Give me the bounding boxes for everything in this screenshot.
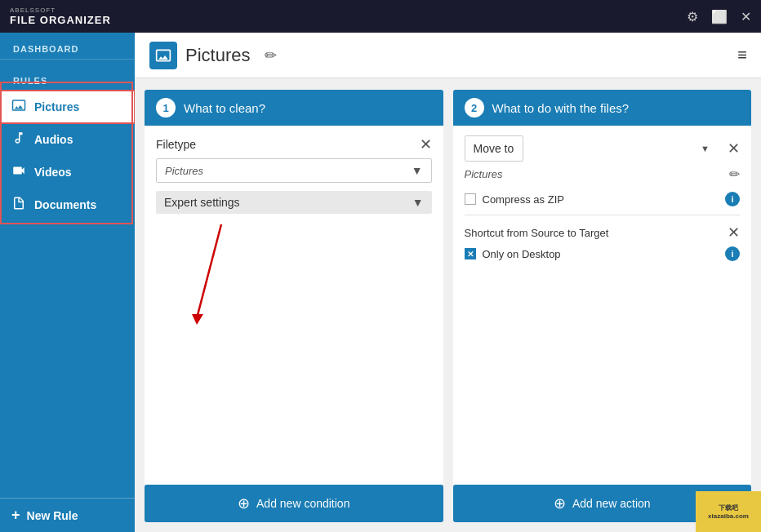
filetype-dropdown-value: Pictures bbox=[165, 165, 203, 177]
topbar-left: Pictures ✏ bbox=[149, 42, 277, 69]
panels-container: 1 What to clean? Filetype ✕ Pictures ▼ E… bbox=[135, 78, 761, 485]
page-title: Pictures bbox=[185, 45, 250, 66]
sidebar-divider-1 bbox=[0, 59, 135, 60]
section-divider bbox=[465, 215, 741, 215]
sidebar-documents-label: Documents bbox=[34, 198, 96, 211]
actions-panel: 2 What to do with the files? Move to ✕ P… bbox=[453, 90, 752, 485]
conditions-panel-body: Filetype ✕ Pictures ▼ Expert settings ▼ bbox=[145, 126, 443, 485]
expert-settings-label: Expert settings bbox=[164, 196, 240, 209]
compress-zip-checkbox[interactable] bbox=[465, 193, 476, 205]
sidebar-item-audios[interactable]: Audios bbox=[0, 123, 135, 156]
sidebar: DASHBOARD RULES Pictures Audios Videos bbox=[0, 33, 135, 532]
actions-panel-body: Move to ✕ Pictures ✏ Compress as ZIP i bbox=[453, 126, 752, 485]
sidebar-videos-label: Videos bbox=[34, 166, 72, 179]
new-rule-label: New Rule bbox=[27, 509, 78, 522]
sidebar-item-pictures[interactable]: Pictures bbox=[0, 91, 135, 123]
actions-header-title: What to do with the files? bbox=[492, 101, 630, 115]
arrow-annotation bbox=[156, 220, 432, 326]
picture-icon bbox=[11, 98, 26, 116]
document-icon bbox=[11, 196, 26, 214]
shortcut-remove-icon[interactable]: ✕ bbox=[728, 224, 740, 242]
desktop-only-row: ✕ Only on Desktop i bbox=[465, 246, 741, 261]
desktop-only-left: ✕ Only on Desktop bbox=[465, 248, 561, 260]
action-select-row: Move to ✕ bbox=[465, 135, 741, 162]
add-action-label: Add new action bbox=[572, 497, 651, 510]
video-icon bbox=[11, 163, 26, 181]
main-area: Pictures ✏ ≡ 1 What to clean? Filetype ✕… bbox=[135, 33, 761, 532]
desktop-only-label: Only on Desktop bbox=[483, 248, 561, 260]
compress-zip-row: Compress as ZIP i bbox=[465, 192, 741, 206]
add-action-plus-icon: ⊕ bbox=[554, 494, 566, 512]
watermark: 下载吧xiazaiba.com bbox=[696, 491, 761, 532]
sidebar-pictures-label: Pictures bbox=[34, 100, 79, 113]
expert-settings-arrow: ▼ bbox=[412, 196, 424, 209]
add-condition-button[interactable]: ⊕ Add new condition bbox=[145, 485, 443, 522]
brand-small: ABELSSOFT bbox=[10, 7, 111, 14]
conditions-header-title: What to clean? bbox=[184, 101, 265, 115]
expert-settings-row[interactable]: Expert settings ▼ bbox=[156, 191, 432, 214]
compress-zip-left: Compress as ZIP bbox=[465, 193, 564, 206]
destination-path-row: Pictures ✏ bbox=[465, 166, 741, 182]
action-remove-icon[interactable]: ✕ bbox=[728, 140, 740, 157]
add-condition-label: Add new condition bbox=[256, 497, 349, 510]
plus-icon: + bbox=[11, 507, 20, 524]
filetype-label: Filetype bbox=[156, 138, 196, 151]
compress-zip-info-icon[interactable]: i bbox=[725, 192, 740, 206]
bottom-bar: ⊕ Add new condition ⊕ Add new action bbox=[135, 485, 761, 532]
destination-path: Pictures bbox=[465, 168, 503, 180]
music-icon bbox=[11, 131, 26, 149]
svg-marker-1 bbox=[192, 314, 203, 325]
settings-button[interactable]: ⚙ bbox=[687, 9, 698, 24]
dashboard-label: DASHBOARD bbox=[0, 33, 135, 59]
window-controls: ⚙ ⬜ ✕ bbox=[687, 9, 751, 24]
red-arrow-svg bbox=[172, 220, 270, 326]
title-bar: ABELSSOFT FILE ORGANIZER ⚙ ⬜ ✕ bbox=[0, 0, 761, 33]
shortcut-row: Shortcut from Source to Target ✕ bbox=[465, 224, 741, 242]
svg-line-0 bbox=[197, 224, 221, 318]
filetype-dropdown-arrow: ▼ bbox=[412, 164, 423, 177]
compress-zip-label: Compress as ZIP bbox=[483, 193, 564, 206]
sidebar-audios-label: Audios bbox=[34, 133, 73, 146]
action-select-wrapper: Move to bbox=[465, 135, 717, 162]
sidebar-item-documents[interactable]: Documents bbox=[0, 188, 135, 221]
app-branding: ABELSSOFT FILE ORGANIZER bbox=[10, 7, 111, 26]
conditions-panel: 1 What to clean? Filetype ✕ Pictures ▼ E… bbox=[145, 90, 443, 485]
edit-path-icon[interactable]: ✏ bbox=[729, 166, 740, 182]
filetype-dropdown[interactable]: Pictures ▼ bbox=[156, 158, 432, 183]
close-button[interactable]: ✕ bbox=[741, 9, 751, 24]
desktop-only-checkbox[interactable]: ✕ bbox=[465, 248, 476, 259]
edit-title-icon[interactable]: ✏ bbox=[265, 47, 277, 64]
rules-label: RULES bbox=[0, 64, 135, 91]
topbar-picture-icon bbox=[149, 42, 177, 69]
topbar: Pictures ✏ ≡ bbox=[135, 33, 761, 78]
conditions-panel-header: 1 What to clean? bbox=[145, 90, 443, 126]
sidebar-item-videos[interactable]: Videos bbox=[0, 156, 135, 188]
panel-number-1: 1 bbox=[156, 98, 176, 117]
actions-panel-header: 2 What to do with the files? bbox=[453, 90, 752, 126]
new-rule-button[interactable]: + New Rule bbox=[0, 498, 135, 532]
panel-number-2: 2 bbox=[465, 98, 484, 117]
shortcut-label: Shortcut from Source to Target bbox=[465, 227, 609, 239]
filetype-remove-icon[interactable]: ✕ bbox=[420, 135, 432, 153]
checked-mark: ✕ bbox=[467, 250, 474, 259]
maximize-button[interactable]: ⬜ bbox=[711, 9, 728, 24]
add-condition-plus-icon: ⊕ bbox=[238, 494, 250, 512]
menu-icon[interactable]: ≡ bbox=[737, 46, 746, 64]
filetype-condition-row: Filetype ✕ bbox=[156, 135, 432, 153]
action-select[interactable]: Move to bbox=[465, 135, 523, 162]
desktop-info-icon[interactable]: i bbox=[725, 246, 740, 261]
brand: FILE ORGANIZER bbox=[10, 14, 111, 26]
